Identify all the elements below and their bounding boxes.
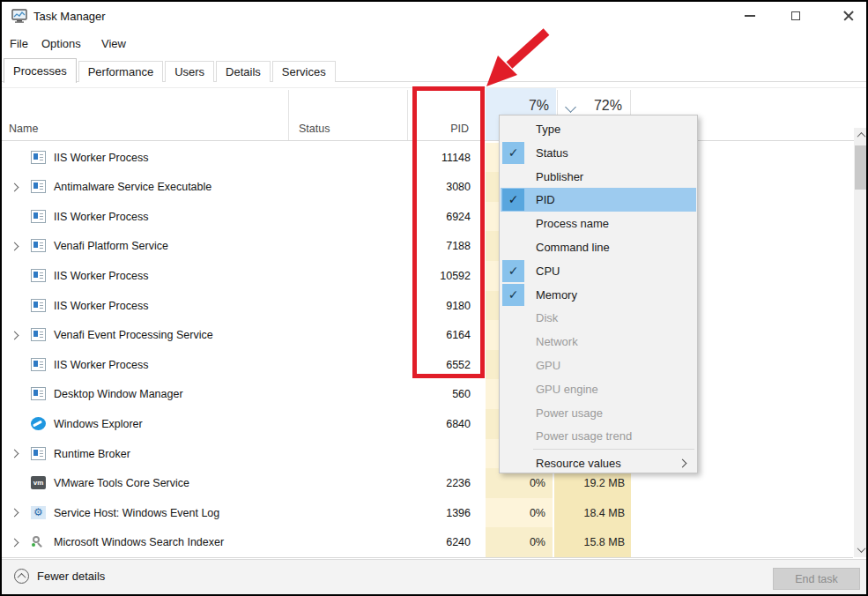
process-name: Runtime Broker — [54, 439, 130, 469]
table-row[interactable]: IIS Worker Process 10592 — [2, 261, 852, 291]
checkmark-icon: ✓ — [502, 260, 524, 282]
menu-item-label: Publisher — [536, 165, 583, 189]
table-row[interactable]: Desktop Window Manager 560 — [2, 379, 852, 409]
chevron-up-circle-icon — [14, 569, 29, 584]
context-menu-item[interactable]: Type — [501, 117, 696, 141]
context-menu-item[interactable]: Command line — [501, 235, 696, 259]
menu-item-label: Command line — [536, 235, 610, 259]
table-row[interactable]: IIS Worker Process 6924 — [2, 202, 852, 232]
table-row[interactable]: Runtime Broker — [2, 439, 852, 469]
expand-chevron-icon[interactable] — [7, 320, 21, 350]
menu-item-label: Power usage trend — [536, 424, 632, 448]
menu-item-label: Type — [536, 117, 560, 141]
table-row[interactable]: 0% 19.2 MB vm VMware Tools Core Service … — [2, 468, 852, 498]
context-menu-item[interactable]: GPU — [501, 354, 696, 377]
expand-chevron-icon[interactable] — [7, 527, 21, 557]
table-row[interactable]: IIS Worker Process 9180 — [2, 291, 852, 321]
task-manager-window: Task Manager File Options View Processes… — [0, 0, 868, 596]
menu-item-label: PID — [536, 188, 555, 212]
process-pid: 560 — [389, 379, 471, 409]
expand-chevron-icon[interactable] — [7, 172, 21, 202]
context-menu-item[interactable]: Disk — [501, 306, 696, 330]
process-pid: 6552 — [389, 350, 471, 380]
process-pid: 2236 — [389, 468, 471, 498]
context-menu-item[interactable]: Publisher — [501, 165, 696, 189]
process-name: Microsoft Windows Search Indexer — [54, 527, 224, 557]
process-pid: 9180 — [389, 291, 471, 321]
context-menu-item[interactable]: ✓ CPU — [501, 259, 696, 283]
menu-item-label: Resource values — [536, 451, 621, 475]
process-pid: 6924 — [389, 202, 471, 232]
process-pid: 6240 — [389, 527, 471, 557]
app-icon — [31, 387, 46, 400]
process-name: IIS Worker Process — [54, 350, 148, 380]
menu-separator — [533, 449, 694, 450]
table-row[interactable]: Windows Explorer 6840 — [2, 409, 852, 439]
context-menu-item[interactable]: GPU engine — [501, 377, 696, 401]
expand-chevron-icon[interactable] — [7, 498, 21, 528]
app-icon — [31, 447, 46, 460]
list-bottom-line — [2, 557, 853, 558]
process-pid: 10592 — [389, 261, 471, 291]
menu-item-label: Status — [536, 141, 568, 165]
menu-item-label: GPU — [536, 354, 560, 377]
table-row[interactable]: Venafi Event Processing Service 6164 — [2, 320, 852, 350]
fewer-details-label: Fewer details — [37, 570, 105, 583]
context-menu-item[interactable]: ✓ Memory — [501, 283, 696, 307]
explorer-icon — [31, 417, 46, 430]
tab-processes[interactable]: Processes — [4, 58, 77, 83]
context-menu-item[interactable]: Resource values — [501, 451, 696, 475]
context-menu-item[interactable]: Power usage trend — [501, 424, 696, 448]
checkmark-icon: ✓ — [502, 284, 524, 306]
table-row[interactable]: Antimalware Service Executable 3080 — [2, 172, 852, 202]
process-name: Venafi Event Processing Service — [54, 320, 213, 350]
context-menu-item[interactable]: Network — [501, 330, 696, 354]
table-row[interactable]: IIS Worker Process 11148 — [2, 143, 852, 173]
process-name: IIS Worker Process — [54, 291, 148, 321]
process-name: IIS Worker Process — [54, 261, 148, 291]
process-name: Venafi Platform Service — [54, 231, 168, 261]
process-memory-cell: 18.4 MB — [554, 498, 631, 528]
fewer-details-toggle[interactable]: Fewer details — [14, 569, 105, 584]
app-icon — [31, 328, 46, 341]
process-memory-cell: 15.8 MB — [554, 527, 631, 557]
process-pid: 6164 — [389, 320, 471, 350]
menu-item-label: CPU — [536, 259, 560, 283]
table-row[interactable]: Venafi Platform Service 7188 — [2, 231, 852, 261]
scroll-down-arrow-icon[interactable] — [854, 542, 868, 557]
scrollbar-thumb[interactable] — [855, 145, 868, 190]
checkmark-icon: ✓ — [502, 189, 524, 211]
menu-item-label: Process name — [536, 212, 609, 235]
checkmark-icon: ✓ — [502, 142, 524, 164]
context-menu-item[interactable]: Power usage — [501, 401, 696, 425]
table-row[interactable]: 0% 18.4 MB ⚙ Service Host: Windows Event… — [2, 498, 852, 528]
app-icon — [31, 151, 46, 164]
expand-chevron-icon[interactable] — [7, 231, 21, 261]
submenu-arrow-icon — [679, 459, 687, 468]
context-menu-item[interactable]: ✓ Status — [501, 141, 696, 165]
scroll-up-arrow-icon[interactable] — [854, 128, 868, 143]
process-cpu-cell: 0% — [486, 527, 553, 557]
vertical-scrollbar[interactable] — [854, 128, 868, 557]
app-icon — [31, 180, 46, 193]
app-icon — [31, 299, 46, 312]
table-row[interactable]: 0% 15.8 MB Microsoft Windows Search Inde… — [2, 527, 852, 557]
context-menu-item[interactable]: Process name — [501, 212, 696, 235]
menu-item-label: GPU engine — [536, 377, 598, 401]
process-pid: 1396 — [389, 498, 471, 528]
end-task-button[interactable]: End task — [773, 568, 860, 590]
process-pid: 11148 — [389, 143, 471, 173]
table-row[interactable]: IIS Worker Process 6552 — [2, 350, 852, 380]
process-list: IIS Worker Process 11148 Antimalware Ser… — [2, 2, 866, 594]
search-icon — [31, 535, 46, 548]
process-pid: 7188 — [389, 231, 471, 261]
vmware-icon: vm — [31, 476, 46, 489]
menu-item-label: Power usage — [536, 401, 603, 425]
expand-chevron-icon[interactable] — [7, 439, 21, 469]
app-icon — [31, 210, 46, 223]
app-icon — [31, 358, 46, 371]
context-menu-item[interactable]: ✓ PID — [501, 188, 696, 212]
app-icon — [31, 269, 46, 282]
process-name: IIS Worker Process — [54, 143, 148, 173]
process-name: Windows Explorer — [54, 409, 143, 439]
